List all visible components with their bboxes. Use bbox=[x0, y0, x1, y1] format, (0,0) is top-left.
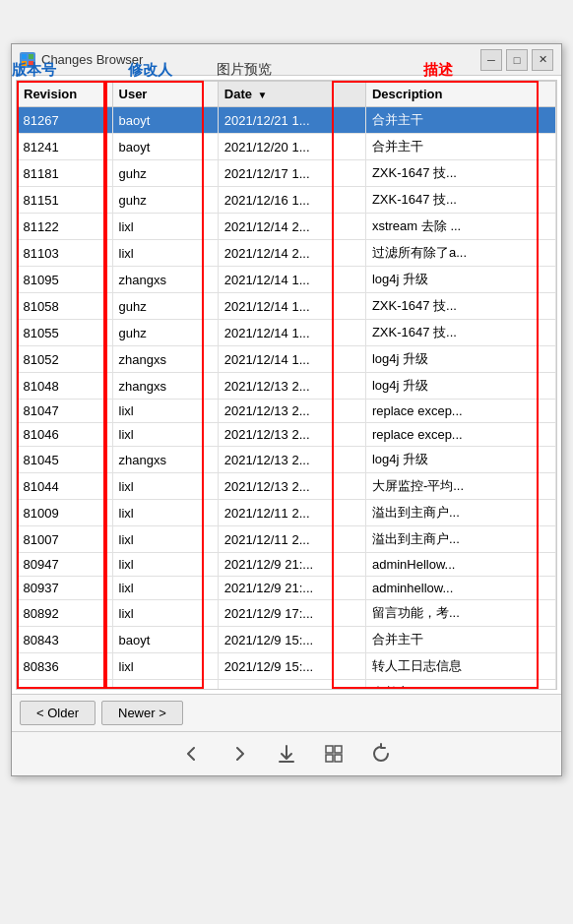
annotation-tupian-preview: 图片预览 bbox=[217, 61, 272, 79]
changes-table-container: Revision User Date ▼ Description bbox=[16, 80, 557, 690]
table-row[interactable]: 81241baoyt2021/12/20 1...合并主干 bbox=[18, 134, 556, 160]
cell-description: 合并主干 bbox=[365, 134, 555, 160]
cell-revision: 80947 bbox=[18, 553, 113, 577]
cell-revision: 81045 bbox=[18, 447, 113, 473]
table-row[interactable]: 81151guhz2021/12/16 1...ZXK-1647 技... bbox=[18, 187, 556, 214]
table-row[interactable]: 81009lixl2021/12/11 2...溢出到主商户... bbox=[18, 500, 556, 526]
cell-description: ZXK-1647 技... bbox=[365, 187, 555, 214]
cell-revision: 81048 bbox=[18, 373, 113, 400]
window-controls: ─ □ ✕ bbox=[480, 49, 553, 71]
col-header-date[interactable]: Date ▼ bbox=[218, 82, 365, 107]
table-row[interactable]: 80947lixl2021/12/9 21:...adminHellow... bbox=[18, 553, 556, 577]
cell-description: 合并主干 bbox=[365, 627, 555, 653]
cell-date: 2021/12/20 1... bbox=[218, 134, 365, 160]
table-row[interactable]: 81044lixl2021/12/13 2...大屏监控-平均... bbox=[18, 473, 556, 500]
svg-rect-7 bbox=[335, 746, 342, 753]
cell-revision: 81241 bbox=[18, 134, 113, 160]
table-row[interactable]: 81055guhz2021/12/14 1...ZXK-1647 技... bbox=[18, 320, 556, 346]
cell-date: 2021/12/13 2... bbox=[218, 400, 365, 423]
table-row[interactable]: 80892lixl2021/12/9 17:...留言功能，考... bbox=[18, 600, 556, 627]
cell-description: adminhellow... bbox=[365, 577, 555, 600]
older-button[interactable]: < Older bbox=[20, 701, 96, 725]
back-button[interactable] bbox=[178, 740, 206, 768]
svg-rect-0 bbox=[22, 54, 27, 59]
close-button[interactable]: ✕ bbox=[532, 49, 553, 71]
cell-revision: 80836 bbox=[18, 653, 113, 680]
table-row[interactable]: 80843baoyt2021/12/9 15:...合并主干 bbox=[18, 627, 556, 653]
svg-rect-1 bbox=[29, 54, 33, 59]
table-row[interactable]: 81047lixl2021/12/13 2...replace excep... bbox=[18, 400, 556, 423]
cell-date: 2021/12/9 15:... bbox=[218, 653, 365, 680]
cell-date: 2021/12/13 2... bbox=[218, 373, 365, 400]
cell-description: log4j 升级 bbox=[365, 447, 555, 473]
cell-user: lixl bbox=[112, 214, 218, 240]
download-button[interactable] bbox=[273, 740, 300, 768]
newer-button[interactable]: Newer > bbox=[101, 701, 183, 725]
cell-date: 2021/12/9 17:... bbox=[218, 600, 365, 627]
table-row[interactable]: 81122lixl2021/12/14 2...xstream 去除 ... bbox=[18, 214, 556, 240]
table-row[interactable]: 80834baoyt2021/12/9 15:...合并主干 bbox=[18, 680, 556, 691]
cell-description: log4j 升级 bbox=[365, 267, 555, 293]
changes-table: Revision User Date ▼ Description bbox=[17, 81, 556, 690]
cell-description: 溢出到主商户... bbox=[365, 500, 555, 526]
cell-revision: 81095 bbox=[18, 267, 113, 293]
cell-description: ZXK-1647 技... bbox=[365, 160, 555, 187]
cell-date: 2021/12/14 2... bbox=[218, 240, 365, 267]
cell-description: log4j 升级 bbox=[365, 346, 555, 373]
cell-user: zhangxs bbox=[112, 346, 218, 373]
forward-button[interactable] bbox=[225, 740, 253, 768]
cell-description: 溢出到主商户... bbox=[365, 526, 555, 553]
cell-user: baoyt bbox=[112, 680, 218, 691]
table-row[interactable]: 81058guhz2021/12/14 1...ZXK-1647 技... bbox=[18, 293, 556, 320]
cell-description: 合并主干 bbox=[365, 680, 555, 691]
cell-revision: 81103 bbox=[18, 240, 113, 267]
cell-user: guhz bbox=[112, 187, 218, 214]
cell-revision: 81181 bbox=[18, 160, 113, 187]
cell-revision: 80834 bbox=[18, 680, 113, 691]
svg-rect-9 bbox=[335, 755, 342, 762]
cell-user: lixl bbox=[112, 526, 218, 553]
cell-description: 大屏监控-平均... bbox=[365, 473, 555, 500]
cell-user: zhangxs bbox=[112, 267, 218, 293]
cell-date: 2021/12/13 2... bbox=[218, 423, 365, 447]
grid-button[interactable] bbox=[320, 740, 348, 768]
cell-revision: 81151 bbox=[18, 187, 113, 214]
cell-user: zhangxs bbox=[112, 447, 218, 473]
cell-user: lixl bbox=[112, 240, 218, 267]
annotation-banben: 版本号 bbox=[12, 61, 56, 80]
cell-revision: 80892 bbox=[18, 600, 113, 627]
cell-user: guhz bbox=[112, 293, 218, 320]
cell-date: 2021/12/9 15:... bbox=[218, 627, 365, 653]
col-header-description: Description bbox=[365, 82, 555, 107]
cell-user: guhz bbox=[112, 160, 218, 187]
cell-date: 2021/12/13 2... bbox=[218, 447, 365, 473]
refresh-button[interactable] bbox=[367, 740, 395, 768]
table-row[interactable]: 81048zhangxs2021/12/13 2...log4j 升级 bbox=[18, 373, 556, 400]
table-row[interactable]: 80937lixl2021/12/9 21:...adminhellow... bbox=[18, 577, 556, 600]
table-row[interactable]: 81052zhangxs2021/12/14 1...log4j 升级 bbox=[18, 346, 556, 373]
table-row[interactable]: 80836lixl2021/12/9 15:...转人工日志信息 bbox=[18, 653, 556, 680]
cell-revision: 81007 bbox=[18, 526, 113, 553]
cell-user: zhangxs bbox=[112, 373, 218, 400]
table-row[interactable]: 81095zhangxs2021/12/14 1...log4j 升级 bbox=[18, 267, 556, 293]
table-row[interactable]: 81267baoyt2021/12/21 1...合并主干 bbox=[18, 107, 556, 134]
cell-user: guhz bbox=[112, 320, 218, 346]
table-row[interactable]: 81045zhangxs2021/12/13 2...log4j 升级 bbox=[18, 447, 556, 473]
table-row[interactable]: 81181guhz2021/12/17 1...ZXK-1647 技... bbox=[18, 160, 556, 187]
cell-user: lixl bbox=[112, 473, 218, 500]
maximize-button[interactable]: □ bbox=[506, 49, 528, 71]
cell-description: ZXK-1647 技... bbox=[365, 293, 555, 320]
cell-user: lixl bbox=[112, 653, 218, 680]
cell-revision: 81052 bbox=[18, 346, 113, 373]
title-bar: Changes Browser ─ □ ✕ bbox=[12, 44, 561, 76]
table-row[interactable]: 81103lixl2021/12/14 2...过滤所有除了a... bbox=[18, 240, 556, 267]
cell-revision: 81044 bbox=[18, 473, 113, 500]
cell-date: 2021/12/21 1... bbox=[218, 107, 365, 134]
table-row[interactable]: 81007lixl2021/12/11 2...溢出到主商户... bbox=[18, 526, 556, 553]
svg-rect-6 bbox=[326, 746, 333, 753]
cell-revision: 81047 bbox=[18, 400, 113, 423]
table-row[interactable]: 81046lixl2021/12/13 2...replace excep... bbox=[18, 423, 556, 447]
cell-description: adminHellow... bbox=[365, 553, 555, 577]
col-header-user: User bbox=[112, 82, 218, 107]
minimize-button[interactable]: ─ bbox=[480, 49, 502, 71]
